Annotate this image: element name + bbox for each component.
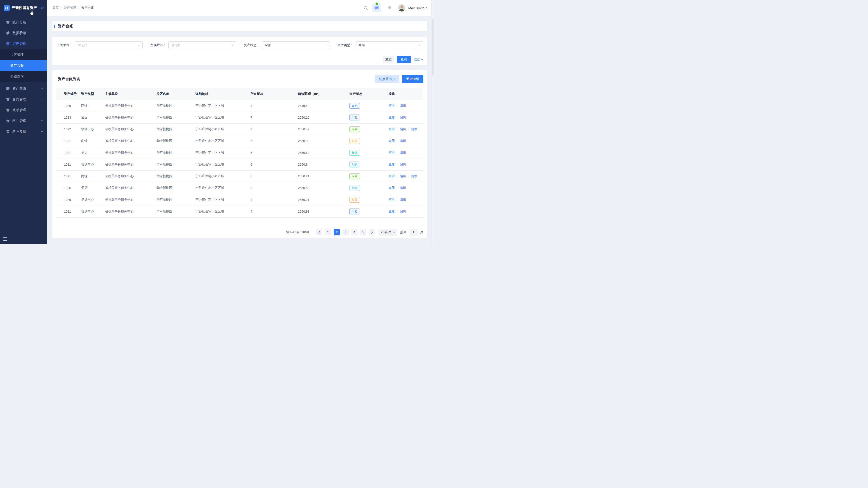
store-icon <box>6 130 10 134</box>
cell-asset-id: 1029 <box>56 194 81 205</box>
reset-button[interactable]: 重置 <box>383 56 394 63</box>
prev-page-button[interactable] <box>316 229 322 235</box>
sidebar-item-tenant-feedback[interactable]: 租户反馈 <box>0 126 47 137</box>
cell-district: 华府新桃园 <box>156 194 195 205</box>
cell-unit: 省机关事务服务中心 <box>105 123 156 135</box>
sidebar-item-asset-disposal[interactable]: 资产处置 <box>0 83 47 94</box>
switch-to-card-button[interactable]: 切换至卡片 <box>375 75 400 83</box>
sidebar-expand-icon[interactable] <box>40 6 44 9</box>
action-edit[interactable]: 编辑 <box>400 186 406 190</box>
action-edit[interactable]: 编辑 <box>400 198 406 201</box>
filter-label: 所属片区： <box>149 43 166 47</box>
action-delete[interactable]: 删除 <box>411 174 417 178</box>
action-view[interactable]: 查看 <box>389 162 395 166</box>
title-accent-bar <box>54 25 55 28</box>
ledger-table: 资产编号 资产类型 主管单位 片区名称 详细地址 所在楼栋 建筑面积（m²） 资… <box>56 88 423 218</box>
filter-actions: 重置 查询 收起 <box>56 56 423 63</box>
action-edit[interactable]: 编辑 <box>400 139 406 142</box>
unit-select[interactable]: 请选择 <box>75 41 143 49</box>
action-view[interactable]: 查看 <box>389 151 395 154</box>
action-view[interactable]: 查看 <box>389 186 395 190</box>
sidebar-item-map-query[interactable]: 地图查询 <box>0 71 47 82</box>
page-button-5[interactable]: 5 <box>360 229 366 235</box>
settings-gear-icon[interactable] <box>387 5 392 10</box>
action-view[interactable]: 查看 <box>389 104 395 107</box>
page-button-3[interactable]: 3 <box>342 229 349 235</box>
page-title-card: 资产台账 <box>53 21 427 31</box>
cell-area: 2550.59 <box>298 147 349 159</box>
sidebar-item-tenant-mgmt[interactable]: 租户管理 <box>0 116 47 126</box>
collapse-filters-link[interactable]: 收起 <box>414 57 423 61</box>
chevron-down-icon <box>41 109 43 111</box>
action-delete[interactable]: 删除 <box>411 127 417 131</box>
cell-status: 出租 <box>349 205 389 217</box>
user-avatar[interactable] <box>398 4 405 11</box>
chevron-down-icon[interactable] <box>426 7 429 9</box>
district-select[interactable]: 请选择 <box>168 41 236 49</box>
next-page-button[interactable] <box>369 229 375 235</box>
breadcrumb-separator: / <box>61 6 62 10</box>
page-button-1[interactable]: 1 <box>325 229 331 235</box>
cell-area: 2550.21 <box>298 194 349 205</box>
action-view[interactable]: 查看 <box>389 116 395 119</box>
cell-actions: 查看编辑 <box>389 135 423 147</box>
cell-asset-id: 1026 <box>56 182 81 194</box>
breadcrumb-asset-mgmt[interactable]: 资产管理 <box>64 6 76 10</box>
sidebar-item-dashboard[interactable]: 数据看板 <box>0 28 47 38</box>
notifications-message-icon[interactable] <box>372 3 381 12</box>
action-edit[interactable]: 编辑 <box>400 127 406 131</box>
add-shop-button[interactable]: 新增商铺 <box>402 75 423 83</box>
cell-status: 出租 <box>349 111 389 123</box>
cell-unit: 省机关事务服务中心 <box>105 135 156 147</box>
action-edit[interactable]: 编辑 <box>400 104 406 107</box>
user-name[interactable]: Max Smith <box>408 6 424 10</box>
table-title: 资产台账列表 <box>58 77 80 82</box>
scrollbar[interactable] <box>431 0 434 244</box>
action-edit[interactable]: 编辑 <box>400 174 406 178</box>
logo-row: 经营性国有资产 <box>0 0 47 16</box>
cell-area: 2550.91 <box>298 205 349 217</box>
status-badge: 出租 <box>349 103 360 109</box>
search-icon[interactable] <box>364 6 368 10</box>
action-view[interactable]: 查看 <box>389 174 395 178</box>
action-view[interactable]: 查看 <box>389 209 395 213</box>
store-icon <box>6 97 10 101</box>
action-edit[interactable]: 编辑 <box>400 209 406 213</box>
col-district: 片区名称 <box>156 88 195 100</box>
header-actions: Max Smith <box>364 3 429 12</box>
sidebar-item-asset-mgmt[interactable]: 资产管理 <box>0 38 47 49</box>
cell-asset-id: 1021 <box>56 170 81 182</box>
cell-building: 5 <box>250 147 298 159</box>
type-select[interactable]: 商铺 <box>355 41 423 49</box>
action-view[interactable]: 查看 <box>389 127 395 131</box>
action-edit[interactable]: 编辑 <box>400 151 406 154</box>
cell-asset-type: 商铺 <box>81 135 105 147</box>
table-row: 1029商铺省机关事务服务中心华府新桃园宁卧庄住宅小区区域42445.4出租查看… <box>56 100 423 111</box>
query-button[interactable]: 查询 <box>397 56 411 63</box>
sidebar-item-stats[interactable]: 统计分析 <box>0 17 47 28</box>
sidebar-item-contract-mgmt[interactable]: 合同管理 <box>0 94 47 105</box>
page-size-select[interactable]: 20条/页 <box>378 229 397 236</box>
sidebar-item-district-mgmt[interactable]: 片区管理 <box>0 49 47 60</box>
jump-page-input[interactable] <box>409 229 418 236</box>
page-button-2[interactable]: 2 <box>334 229 340 235</box>
cell-unit: 省机关事务服务中心 <box>105 111 156 123</box>
sidebar-collapse-icon[interactable] <box>3 237 8 241</box>
cell-building: 6 <box>250 159 298 170</box>
filter-panel: 主管单位： 请选择 所属片区： 请选择 资产状态： 全部 <box>53 37 427 65</box>
sidebar-item-bill-mgmt[interactable]: 账单管理 <box>0 105 47 116</box>
jump-to-label: 跳至 <box>400 230 407 234</box>
action-view[interactable]: 查看 <box>389 198 395 201</box>
scrollbar-thumb[interactable] <box>432 19 434 75</box>
status-select[interactable]: 全部 <box>262 41 330 49</box>
filter-label: 主管单位： <box>56 43 72 47</box>
action-edit[interactable]: 编辑 <box>400 116 406 119</box>
submenu-asset-mgmt: 片区管理资产台账地图查询 <box>0 49 47 82</box>
breadcrumb-home[interactable]: 首页 <box>53 6 59 10</box>
action-view[interactable]: 查看 <box>389 139 395 142</box>
action-edit[interactable]: 编辑 <box>400 162 406 166</box>
page-button-4[interactable]: 4 <box>351 229 358 235</box>
sidebar-item-asset-ledger[interactable]: 资产台账 <box>0 60 47 71</box>
cell-building: 3 <box>250 182 298 194</box>
breadcrumb: 首页 / 资产管理 / 资产台账 <box>53 6 94 10</box>
